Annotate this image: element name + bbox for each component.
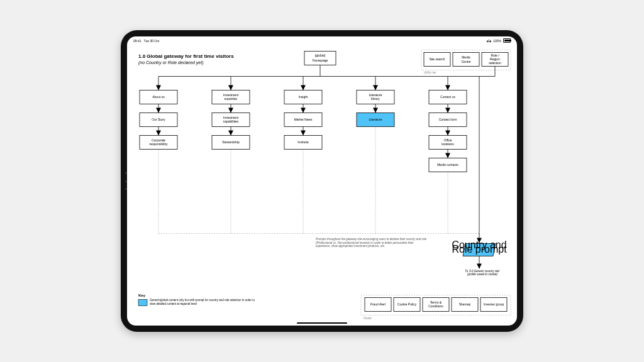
wifi-icon [487, 39, 491, 42]
node-institute: Institute [284, 136, 322, 150]
svg-text:Institute: Institute [297, 140, 309, 144]
util-1: MediaCentre [453, 53, 479, 67]
page-subtitle: (no Country or Role declared yet) [138, 60, 204, 65]
svg-text:Our Story: Our Story [152, 118, 165, 121]
node-root: {global}Homepage [304, 52, 336, 65]
svg-marker-38 [373, 108, 378, 113]
status-left: 09:41 Tue 30 Oct [133, 39, 159, 43]
util-2: Role /Regionselection [482, 53, 508, 67]
node-media-contacts: Media contacts [429, 158, 467, 172]
node-contact-us: Contact us [429, 90, 467, 104]
prompt-destination: To '2.0 Generic country site' (profile s… [460, 270, 504, 277]
footer-label: Footer [364, 317, 372, 320]
svg-marker-29 [301, 108, 306, 113]
svg-text:Sitemap: Sitemap [459, 302, 471, 306]
node-literature: Literature [357, 113, 394, 127]
status-right: 100% [487, 38, 511, 43]
footer-fraud-alert: Fraud Alert [365, 298, 391, 312]
svg-text:Site search: Site search [429, 57, 445, 61]
status-date: Tue 30 Oct [144, 39, 160, 43]
svg-marker-26 [301, 85, 306, 90]
battery-percent: 100% [493, 39, 501, 43]
status-time: 09:41 [133, 39, 142, 43]
svg-text:Literature: Literature [369, 118, 382, 121]
home-indicator [297, 322, 347, 324]
sitemap-diagram: 1.0 Global gateway for first time visito… [127, 45, 517, 322]
key-title: Key [138, 293, 146, 297]
svg-marker-35 [373, 85, 378, 90]
svg-text:About us: About us [152, 95, 165, 99]
svg-text:Contact us: Contact us [440, 95, 455, 99]
footer-investec-group: Investec group [480, 298, 507, 312]
svg-text:Insight: Insight [299, 95, 308, 99]
svg-text:Market News: Market News [294, 118, 313, 121]
svg-text:Corporateresponsibility: Corporateresponsibility [150, 138, 168, 146]
svg-text:Investmentcapabilities: Investmentcapabilities [223, 116, 239, 123]
svg-marker-41 [445, 85, 450, 90]
svg-marker-44 [445, 108, 450, 113]
footer-cookie-policy: Cookie Policy [394, 298, 420, 312]
node-our-story: Our Story [140, 113, 177, 127]
utility-nav-label: Utility nav [424, 71, 436, 74]
node-stewardship: Stewardship [212, 136, 250, 150]
svg-text:Contact form: Contact form [439, 118, 457, 121]
svg-text:Stewardship: Stewardship [222, 140, 240, 144]
svg-text:Cookie Policy: Cookie Policy [397, 302, 417, 306]
svg-text:Fraud Alert: Fraud Alert [370, 302, 386, 306]
tablet-frame: 09:41 Tue 30 Oct 100% 1.0 Global gateway… [121, 30, 523, 332]
svg-marker-20 [228, 108, 233, 113]
node-insight: Insight [284, 90, 322, 104]
node-investment-expertise: Investmentexpertise [212, 90, 250, 104]
node-investment-capabilities: Investmentcapabilities [212, 113, 250, 127]
svg-marker-8 [156, 85, 161, 90]
battery-icon [503, 38, 511, 43]
svg-marker-50 [445, 153, 450, 158]
svg-marker-14 [156, 131, 161, 136]
footer-sitemap: Sitemap [452, 298, 478, 312]
node-about-us: About us [140, 90, 177, 104]
svg-text:Terms &Conditions: Terms &Conditions [428, 300, 443, 308]
svg-marker-47 [445, 131, 450, 136]
node-market-news: Market News [284, 113, 322, 127]
country-role-prompt-label: Country andRole prompt [452, 239, 507, 255]
svg-marker-23 [228, 131, 233, 136]
node-office-locations: Officelocations [429, 136, 467, 150]
key-swatch [138, 300, 147, 306]
node-literature-library: Literaturelibrary [357, 90, 394, 104]
screen: 09:41 Tue 30 Oct 100% 1.0 Global gateway… [127, 36, 517, 326]
svg-text:Investmentexpertise: Investmentexpertise [223, 93, 239, 101]
status-bar: 09:41 Tue 30 Oct 100% [127, 36, 517, 45]
svg-marker-32 [301, 131, 306, 136]
svg-text:Media contacts: Media contacts [437, 163, 458, 167]
svg-marker-54 [477, 264, 482, 269]
page-title: 1.0 Global gateway for first time visito… [138, 53, 234, 59]
svg-marker-11 [156, 108, 161, 113]
footer-terms-conditions: Terms &Conditions [423, 298, 449, 312]
key-text: Generic/global content only but with pro… [150, 299, 257, 305]
node-contact-form: Contact form [429, 113, 467, 127]
prompt-note: Prompts throughout the gateway site enco… [316, 238, 429, 248]
util-0: Site search [424, 53, 450, 67]
node-corporate-responsibility: Corporateresponsibility [140, 136, 177, 150]
svg-text:Investec group: Investec group [484, 302, 504, 306]
svg-marker-17 [228, 85, 233, 90]
svg-text:MediaCentre: MediaCentre [461, 55, 470, 63]
